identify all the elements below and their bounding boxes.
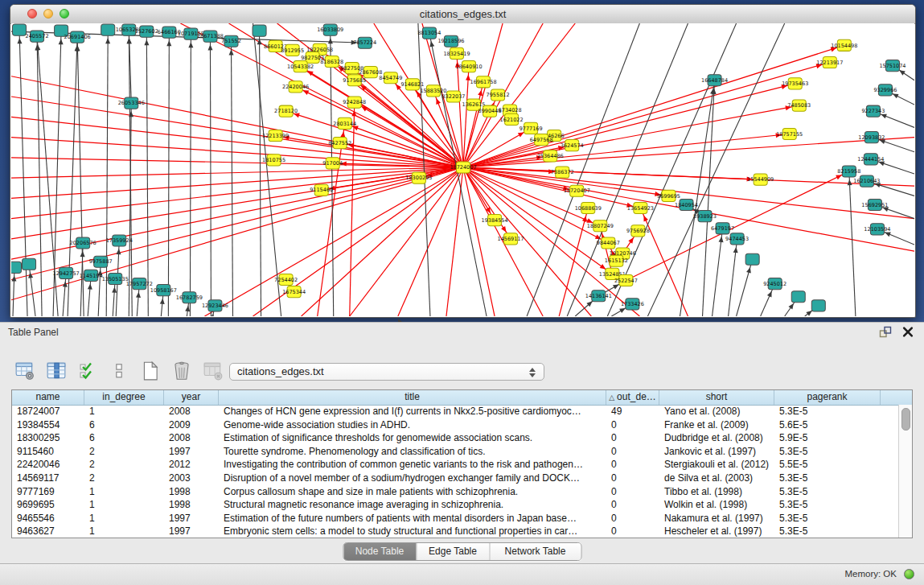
network-node[interactable]: 2718120 (274, 105, 298, 117)
network-edge[interactable] (190, 34, 191, 316)
cell-year[interactable]: 1998 (164, 498, 219, 512)
float-panel-icon[interactable] (879, 326, 892, 338)
cell-year[interactable]: 2008 (164, 405, 219, 418)
network-edge[interactable] (463, 67, 469, 167)
cell-year[interactable]: 1997 (164, 445, 219, 459)
cell-short[interactable]: Wolkin et al. (1998) (659, 498, 774, 512)
cell-out_de[interactable]: 0 (606, 512, 659, 525)
table-options-button[interactable] (13, 359, 37, 383)
cell-short[interactable]: de Silva et al. (2003) (659, 472, 774, 485)
cell-out_de[interactable]: 0 (606, 472, 659, 485)
tab-edge-table[interactable]: Edge Table (416, 543, 489, 560)
cell-title[interactable]: Genome-wide association studies in ADHD. (219, 418, 606, 432)
cell-name[interactable]: 9115460 (12, 445, 84, 459)
network-edge[interactable] (260, 31, 261, 316)
cell-in_degree[interactable]: 2 (84, 472, 164, 485)
network-node[interactable]: 18300295 (405, 172, 432, 183)
network-node[interactable]: 19735463 (782, 78, 808, 89)
network-edge[interactable] (210, 36, 211, 316)
network-node[interactable]: 17359924 (106, 235, 133, 246)
network-edge[interactable] (355, 102, 463, 167)
network-node[interactable]: 15751074 (879, 60, 906, 72)
cell-year[interactable]: 2009 (164, 418, 219, 432)
network-edge[interactable] (37, 36, 42, 316)
network-edge[interactable] (63, 273, 66, 316)
network-canvas[interactable]: 1872400724055722069140610653287152760264… (11, 23, 914, 316)
column-header-year[interactable]: year (164, 390, 219, 405)
cell-title[interactable]: Embryonic stem cells: a model to study s… (219, 525, 606, 538)
cell-pagerank[interactable]: 5.9E-5 (774, 431, 881, 445)
cell-out_de[interactable]: 0 (606, 498, 659, 512)
cell-year[interactable]: 2003 (164, 472, 219, 485)
network-node[interactable]: 9242848 (343, 97, 366, 108)
network-node[interactable]: 18640910 (455, 61, 482, 72)
network-edge[interactable] (567, 23, 688, 316)
network-edge[interactable] (29, 264, 35, 316)
cell-name[interactable]: 9699695 (12, 498, 84, 512)
cell-year[interactable]: 1997 (164, 512, 219, 525)
cell-short[interactable]: Yano et al. (2008) (659, 405, 774, 418)
network-node[interactable]: 1733426 (621, 299, 644, 310)
network-edge[interactable] (11, 167, 463, 178)
cell-short[interactable]: Dudbridge et al. (2008) (659, 431, 774, 445)
network-edge[interactable] (849, 171, 856, 316)
network-edge[interactable] (231, 41, 232, 316)
cell-in_degree[interactable]: 1 (84, 405, 164, 418)
network-edge[interactable] (11, 167, 463, 219)
network-node[interactable] (811, 300, 825, 311)
column-header-short[interactable]: short (659, 390, 774, 405)
cell-title[interactable]: Disruption of a novel member of a sodium… (219, 472, 606, 485)
cell-pagerank[interactable]: 5.5E-5 (774, 458, 881, 472)
cell-in_degree[interactable]: 6 (84, 418, 164, 432)
memory-status-dot[interactable] (904, 569, 914, 579)
cell-year[interactable]: 1998 (164, 485, 219, 499)
cell-pagerank[interactable]: 5.6E-5 (774, 418, 881, 432)
network-node[interactable]: 3624574 (561, 140, 584, 151)
close-panel-icon[interactable] (901, 326, 914, 338)
cell-name[interactable]: 22420046 (12, 458, 84, 472)
network-node[interactable]: 751552 (221, 35, 241, 47)
network-node[interactable]: 7386372 (551, 167, 574, 178)
network-node[interactable]: 9227343 (861, 105, 885, 117)
network-node[interactable] (791, 291, 805, 303)
delete-column-button[interactable] (170, 359, 194, 383)
cell-short[interactable]: Hescheler et al. (1997) (659, 525, 774, 538)
table-row[interactable]: 1830029562008Estimation of significance … (12, 431, 899, 445)
network-view[interactable]: 1872400724055722069140610653287152760264… (11, 23, 914, 316)
column-header-pagerank[interactable]: pagerank (774, 390, 881, 405)
network-edge[interactable] (168, 32, 169, 316)
table-scrollbar[interactable] (898, 405, 912, 538)
network-node[interactable] (23, 258, 36, 270)
network-node[interactable] (13, 24, 27, 35)
network-node[interactable]: 7485083 (787, 100, 811, 111)
network-node[interactable]: 18757155 (776, 128, 803, 139)
cell-in_degree[interactable]: 2 (84, 458, 164, 472)
cell-name[interactable]: 9777169 (12, 485, 84, 499)
network-node[interactable]: 9777169 (519, 122, 543, 134)
cell-pagerank[interactable]: 5.3E-5 (774, 472, 881, 485)
cell-year[interactable]: 2008 (164, 431, 219, 445)
network-node[interactable] (11, 262, 22, 273)
network-edge[interactable] (350, 102, 355, 316)
cell-pagerank[interactable]: 5.3E-5 (774, 498, 881, 512)
cell-out_de[interactable]: 0 (606, 485, 659, 499)
network-edge[interactable] (146, 31, 148, 316)
cell-title[interactable]: Investigating the contribution of common… (219, 458, 606, 472)
cell-in_degree[interactable]: 1 (84, 498, 164, 512)
network-node[interactable]: 10958167 (150, 285, 177, 296)
network-node[interactable] (101, 24, 115, 35)
network-node[interactable]: 9474453 (725, 233, 749, 245)
cell-pagerank[interactable]: 5.3E-5 (774, 485, 881, 499)
cell-year[interactable]: 2012 (164, 458, 219, 472)
network-node[interactable]: 917004 (322, 158, 343, 169)
cell-in_degree[interactable]: 2 (84, 445, 164, 459)
network-node[interactable] (745, 253, 759, 265)
network-edge[interactable] (398, 167, 463, 316)
network-node[interactable]: 1840954 (675, 199, 698, 210)
network-node[interactable]: 12942757 (53, 267, 80, 278)
network-node[interactable]: 13654923 (627, 202, 654, 213)
network-edge[interactable] (276, 136, 463, 167)
network-edge[interactable] (703, 80, 715, 316)
select-all-rows-button[interactable] (76, 359, 100, 383)
network-node[interactable]: 16782759 (176, 292, 203, 303)
